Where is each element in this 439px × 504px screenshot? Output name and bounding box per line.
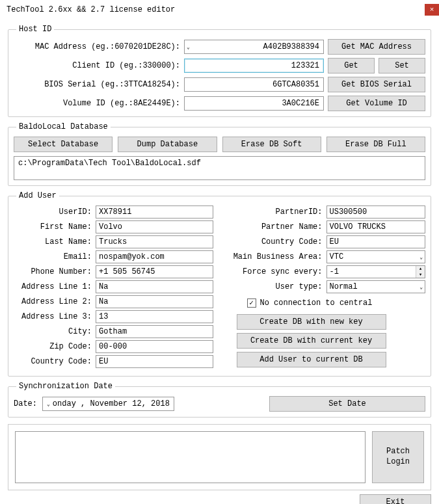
usertype-select[interactable]: ⌄: [326, 280, 426, 293]
mba-label: Main Business Area:: [226, 252, 323, 261]
volume-input[interactable]: [184, 96, 324, 111]
noconn-checkbox[interactable]: ✓: [247, 298, 256, 308]
firstname-input[interactable]: [96, 220, 213, 233]
syncdate-group: Synchronization Date Date: ⌄ onday , Nov…: [8, 382, 431, 418]
mba-select[interactable]: ⌄: [326, 250, 426, 263]
patch-login-button[interactable]: Patch Login: [372, 431, 424, 483]
usertype-label: User type:: [226, 282, 323, 291]
db-legend: BaldoLocal Database: [16, 122, 111, 131]
footer-group: Patch Login: [8, 424, 431, 490]
mac-dropdown[interactable]: ⌄: [184, 40, 324, 54]
dump-db-button[interactable]: Dump Database: [118, 137, 217, 152]
email-label: Email:: [14, 252, 92, 261]
adduser-legend: Add User: [16, 191, 59, 200]
mba-input[interactable]: [326, 250, 426, 263]
addr2-label: Address Line 2:: [14, 297, 92, 306]
addr2-input[interactable]: [96, 295, 213, 308]
set-button[interactable]: Set: [379, 58, 425, 73]
client-input[interactable]: [184, 59, 324, 73]
partnerid-label: PartnerID:: [226, 207, 323, 217]
create-db-current-button[interactable]: Create DB with current key: [237, 333, 386, 349]
bios-input[interactable]: [184, 77, 324, 92]
window-title: TechTool 2.6xx && 2.7 license editor: [7, 5, 175, 14]
usertype-input[interactable]: [326, 280, 426, 293]
db-group: BaldoLocal Database Select Database Dump…: [8, 122, 431, 186]
email-input[interactable]: [96, 250, 213, 263]
spin-up-icon[interactable]: ▲: [416, 266, 425, 272]
get-mac-button[interactable]: Get MAC Address: [328, 39, 425, 55]
sync-spinner[interactable]: ▲▼: [326, 265, 426, 278]
get-volume-button[interactable]: Get Volume ID: [328, 96, 425, 111]
zip-input[interactable]: [96, 340, 213, 353]
syncdate-legend: Synchronization Date: [16, 382, 115, 391]
phone-input[interactable]: [96, 265, 213, 278]
mac-input[interactable]: [184, 40, 324, 54]
titlebar: TechTool 2.6xx && 2.7 license editor ×: [0, 0, 439, 20]
lastname-input[interactable]: [96, 235, 213, 248]
date-picker[interactable]: ⌄ onday , November 12, 2018: [42, 397, 174, 411]
close-icon[interactable]: ×: [425, 4, 439, 16]
addr1-label: Address Line 1:: [14, 282, 92, 291]
userid-label: UserID:: [14, 207, 92, 217]
chevron-down-icon: ⌄: [47, 401, 50, 407]
date-value: onday , November 12, 2018: [53, 399, 170, 408]
userid-input[interactable]: [96, 206, 213, 219]
country-label: Country Code:: [14, 357, 92, 366]
firstname-label: First Name:: [14, 222, 92, 232]
get-bios-button[interactable]: Get BIOS Serial: [328, 77, 425, 92]
partnerid-input[interactable]: [326, 206, 426, 219]
spin-down-icon[interactable]: ▼: [416, 272, 425, 278]
create-db-new-button[interactable]: Create DB with new key: [237, 314, 386, 330]
hostid-group: Host ID MAC Address (eg.:6070201DE28C): …: [8, 25, 431, 117]
hostid-legend: Host ID: [16, 25, 54, 34]
erase-soft-button[interactable]: Erase DB Soft: [222, 137, 321, 152]
mac-label: MAC Address (eg.:6070201DE28C):: [14, 42, 180, 51]
date-label: Date:: [14, 399, 37, 408]
set-date-button[interactable]: Set Date: [269, 396, 425, 412]
select-db-button[interactable]: Select Database: [14, 137, 113, 152]
addr3-input[interactable]: [96, 310, 213, 323]
phone-label: Phone Number:: [14, 267, 92, 276]
sync-label: Force sync every:: [226, 267, 323, 276]
addr1-input[interactable]: [96, 280, 213, 293]
erase-full-button[interactable]: Erase DB Full: [326, 137, 425, 152]
db-path: c:\ProgramData\Tech Tool\BaldoLocal.sdf: [14, 156, 425, 180]
countrycoder-label: Country Code:: [226, 237, 323, 246]
zip-label: Zip Code:: [14, 342, 92, 351]
country-input[interactable]: [96, 355, 213, 368]
get-button[interactable]: Get: [328, 58, 375, 73]
add-user-button[interactable]: Add User to current DB: [237, 352, 386, 367]
volume-label: Volume ID (eg.:8AE2449E):: [14, 99, 180, 108]
partnername-label: Partner Name:: [226, 222, 323, 232]
adduser-group: Add User UserID: First Name: Last Name: …: [8, 191, 431, 377]
noconn-label: No connection to central: [260, 298, 373, 308]
exit-button[interactable]: Exit: [360, 494, 431, 504]
log-textarea[interactable]: [15, 431, 366, 483]
sync-input[interactable]: [326, 265, 426, 278]
city-label: City:: [14, 327, 92, 336]
partnername-input[interactable]: [326, 220, 426, 233]
client-label: Client ID (eg.:330000):: [14, 61, 180, 70]
addr3-label: Address Line 3:: [14, 312, 92, 321]
city-input[interactable]: [96, 325, 213, 338]
bios-label: BIOS Serial (eg.:3TTCA18254):: [14, 80, 180, 89]
countrycoder-input[interactable]: [326, 235, 426, 248]
lastname-label: Last Name:: [14, 237, 92, 246]
